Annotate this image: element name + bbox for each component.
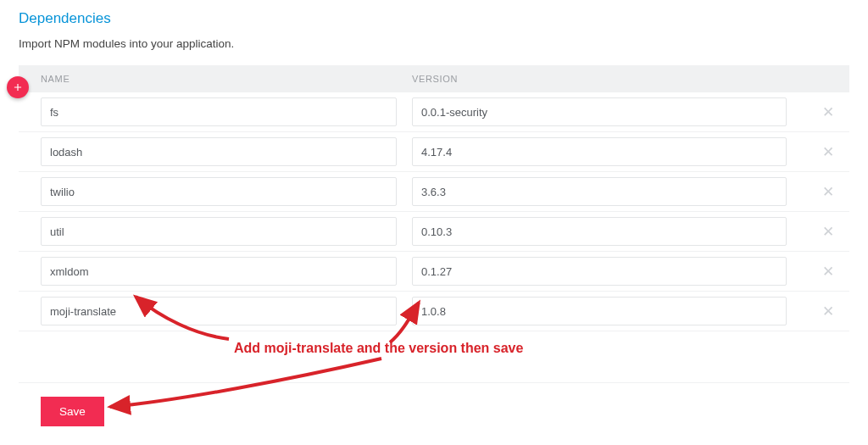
table-row: ✕ [19, 252, 849, 292]
plus-icon [12, 81, 24, 93]
dependency-name-input[interactable] [41, 257, 397, 286]
column-header-name: NAME [41, 74, 412, 84]
section-description: Import NPM modules into your application… [19, 37, 849, 50]
delete-row-button[interactable]: ✕ [821, 104, 836, 120]
table-row: ✕ [19, 132, 849, 172]
dependency-name-input[interactable] [41, 177, 397, 206]
table-row: ✕ [19, 212, 849, 252]
table-header: NAME VERSION [19, 65, 849, 92]
save-button[interactable]: Save [41, 397, 104, 426]
dependency-version-input[interactable] [412, 137, 787, 166]
add-dependency-button[interactable] [7, 76, 29, 98]
delete-row-button[interactable]: ✕ [821, 303, 836, 319]
dependency-version-input[interactable] [412, 97, 787, 126]
dependency-version-input[interactable] [412, 177, 787, 206]
table-row: ✕ [19, 292, 849, 331]
dependency-version-input[interactable] [412, 257, 787, 286]
delete-row-button[interactable]: ✕ [821, 224, 836, 239]
table-row: ✕ [19, 92, 849, 132]
section-title: Dependencies [19, 10, 849, 27]
dependencies-table: NAME VERSION ✕✕✕✕✕✕ [19, 65, 849, 331]
dependency-name-input[interactable] [41, 137, 397, 166]
column-header-version: VERSION [412, 74, 843, 84]
dependency-version-input[interactable] [412, 217, 787, 246]
delete-row-button[interactable]: ✕ [821, 184, 836, 199]
dependency-name-input[interactable] [41, 97, 397, 126]
dependency-version-input[interactable] [412, 297, 787, 325]
dependency-name-input[interactable] [41, 217, 397, 246]
delete-row-button[interactable]: ✕ [821, 264, 836, 279]
table-row: ✕ [19, 172, 849, 212]
delete-row-button[interactable]: ✕ [821, 144, 836, 159]
dependency-name-input[interactable] [41, 297, 397, 325]
